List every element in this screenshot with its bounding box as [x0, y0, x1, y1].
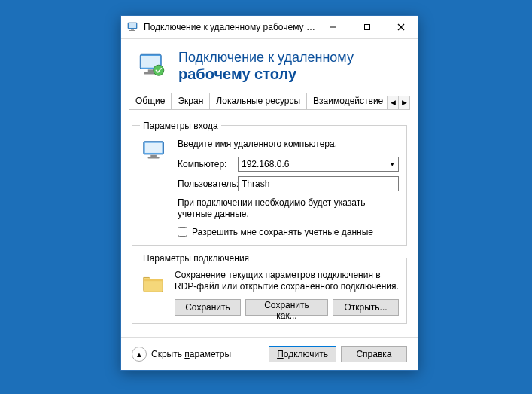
tab-scroll: ◀ ▶	[387, 95, 410, 109]
login-settings-legend: Параметры входа	[140, 121, 221, 131]
computer-combobox[interactable]	[238, 157, 399, 172]
connection-description: Сохранение текущих параметров подключени…	[175, 270, 399, 293]
login-settings-group: Параметры входа Введите имя удаленного к…	[132, 121, 407, 246]
connection-settings-group: Параметры подключения Сохранение текущих…	[132, 253, 407, 324]
svg-rect-2	[131, 29, 134, 30]
svg-rect-17	[144, 279, 163, 281]
svg-rect-15	[150, 154, 157, 157]
tabstrip: Общие Экран Локальные ресурсы Взаимодейс…	[129, 92, 410, 110]
save-credentials-input[interactable]	[178, 227, 187, 237]
svg-rect-10	[148, 69, 154, 72]
open-button[interactable]: Открыть...	[333, 299, 399, 316]
connection-settings-legend: Параметры подключения	[140, 253, 252, 264]
svg-rect-1	[129, 23, 136, 28]
hide-options-button[interactable]: ▲ Скрыть параметры	[132, 347, 269, 362]
rdp-icon	[136, 50, 168, 82]
chevron-down-icon[interactable]: ▾	[386, 157, 398, 171]
save-credentials-checkbox[interactable]: Разрешить мне сохранять учетные данные	[178, 227, 399, 237]
monitor-icon	[140, 137, 170, 167]
dialog-footer: ▲ Скрыть параметры Подключить Справка	[121, 337, 418, 370]
tab-scroll-right[interactable]: ▶	[399, 96, 410, 110]
help-button[interactable]: Справка	[341, 346, 407, 362]
folder-icon	[140, 270, 167, 297]
computer-label: Компьютер:	[178, 159, 238, 170]
svg-point-12	[154, 65, 164, 75]
maximize-button[interactable]	[350, 16, 384, 38]
credentials-note: При подключении необходимо будет указать…	[178, 197, 399, 221]
save-as-button[interactable]: Сохранить как...	[245, 299, 328, 316]
save-credentials-label: Разрешить мне сохранять учетные данные	[192, 227, 373, 237]
tab-scroll-left[interactable]: ◀	[387, 96, 399, 110]
close-button[interactable]	[384, 16, 418, 38]
tab-experience[interactable]: Взаимодействие	[306, 93, 387, 109]
svg-rect-5	[364, 25, 369, 30]
save-button[interactable]: Сохранить	[175, 299, 241, 316]
rdp-dialog: Подключение к удаленному рабочему с...	[120, 15, 418, 371]
tab-content-general: Параметры входа Введите имя удаленного к…	[121, 110, 418, 337]
minimize-button[interactable]	[316, 16, 350, 38]
user-label: Пользователь:	[178, 179, 238, 189]
svg-rect-14	[145, 142, 163, 152]
window-controls	[316, 16, 418, 38]
connect-button[interactable]: Подключить	[269, 346, 336, 362]
banner-line1: Подключение к удаленному	[178, 50, 354, 66]
svg-rect-16	[148, 157, 160, 158]
titlebar: Подключение к удаленному рабочему с...	[121, 16, 418, 39]
window-title: Подключение к удаленному рабочему с...	[144, 22, 316, 32]
login-intro: Введите имя удаленного компьютера.	[178, 139, 399, 149]
svg-rect-3	[129, 30, 135, 31]
tab-display[interactable]: Экран	[171, 93, 210, 109]
chevron-up-icon: ▲	[132, 347, 147, 362]
banner-line2: рабочему столу	[178, 66, 354, 83]
banner-text: Подключение к удаленному рабочему столу	[178, 50, 354, 83]
header-banner: Подключение к удаленному рабочему столу	[121, 39, 418, 92]
app-icon	[127, 21, 139, 33]
tab-general[interactable]: Общие	[129, 93, 172, 109]
tab-local[interactable]: Локальные ресурсы	[209, 93, 307, 109]
username-field[interactable]	[238, 176, 399, 191]
